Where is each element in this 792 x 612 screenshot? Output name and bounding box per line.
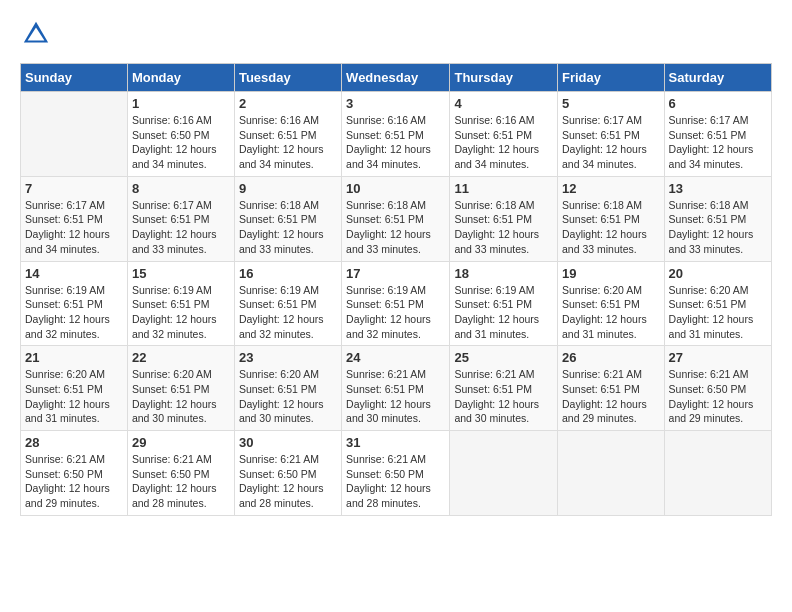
- day-info: Sunrise: 6:16 AMSunset: 6:51 PMDaylight:…: [346, 113, 445, 172]
- day-info: Sunrise: 6:21 AMSunset: 6:51 PMDaylight:…: [346, 367, 445, 426]
- day-info: Sunrise: 6:16 AMSunset: 6:51 PMDaylight:…: [454, 113, 553, 172]
- day-number: 7: [25, 181, 123, 196]
- day-number: 2: [239, 96, 337, 111]
- day-info: Sunrise: 6:18 AMSunset: 6:51 PMDaylight:…: [239, 198, 337, 257]
- calendar-cell: 2Sunrise: 6:16 AMSunset: 6:51 PMDaylight…: [234, 92, 341, 177]
- calendar-cell: 26Sunrise: 6:21 AMSunset: 6:51 PMDayligh…: [558, 346, 665, 431]
- calendar-cell: 10Sunrise: 6:18 AMSunset: 6:51 PMDayligh…: [342, 176, 450, 261]
- calendar-cell: 23Sunrise: 6:20 AMSunset: 6:51 PMDayligh…: [234, 346, 341, 431]
- calendar-week-row: 14Sunrise: 6:19 AMSunset: 6:51 PMDayligh…: [21, 261, 772, 346]
- calendar-week-row: 7Sunrise: 6:17 AMSunset: 6:51 PMDaylight…: [21, 176, 772, 261]
- calendar-week-row: 21Sunrise: 6:20 AMSunset: 6:51 PMDayligh…: [21, 346, 772, 431]
- day-number: 16: [239, 266, 337, 281]
- day-number: 8: [132, 181, 230, 196]
- calendar-cell: 19Sunrise: 6:20 AMSunset: 6:51 PMDayligh…: [558, 261, 665, 346]
- day-info: Sunrise: 6:19 AMSunset: 6:51 PMDaylight:…: [346, 283, 445, 342]
- day-info: Sunrise: 6:20 AMSunset: 6:51 PMDaylight:…: [239, 367, 337, 426]
- logo-icon: [22, 20, 50, 48]
- weekday-header: Saturday: [664, 64, 771, 92]
- day-number: 13: [669, 181, 767, 196]
- day-info: Sunrise: 6:16 AMSunset: 6:50 PMDaylight:…: [132, 113, 230, 172]
- calendar-cell: [450, 431, 558, 516]
- day-info: Sunrise: 6:21 AMSunset: 6:50 PMDaylight:…: [25, 452, 123, 511]
- weekday-header: Sunday: [21, 64, 128, 92]
- day-number: 19: [562, 266, 660, 281]
- day-info: Sunrise: 6:19 AMSunset: 6:51 PMDaylight:…: [239, 283, 337, 342]
- calendar-cell: 14Sunrise: 6:19 AMSunset: 6:51 PMDayligh…: [21, 261, 128, 346]
- day-number: 28: [25, 435, 123, 450]
- day-info: Sunrise: 6:18 AMSunset: 6:51 PMDaylight:…: [454, 198, 553, 257]
- calendar-cell: [21, 92, 128, 177]
- calendar-cell: 27Sunrise: 6:21 AMSunset: 6:50 PMDayligh…: [664, 346, 771, 431]
- day-info: Sunrise: 6:19 AMSunset: 6:51 PMDaylight:…: [25, 283, 123, 342]
- calendar-cell: 4Sunrise: 6:16 AMSunset: 6:51 PMDaylight…: [450, 92, 558, 177]
- day-number: 23: [239, 350, 337, 365]
- day-number: 25: [454, 350, 553, 365]
- weekday-header: Monday: [127, 64, 234, 92]
- weekday-header: Wednesday: [342, 64, 450, 92]
- weekday-header: Thursday: [450, 64, 558, 92]
- calendar-cell: 18Sunrise: 6:19 AMSunset: 6:51 PMDayligh…: [450, 261, 558, 346]
- calendar-cell: 28Sunrise: 6:21 AMSunset: 6:50 PMDayligh…: [21, 431, 128, 516]
- day-number: 12: [562, 181, 660, 196]
- day-number: 26: [562, 350, 660, 365]
- weekday-header: Tuesday: [234, 64, 341, 92]
- calendar-week-row: 1Sunrise: 6:16 AMSunset: 6:50 PMDaylight…: [21, 92, 772, 177]
- calendar-cell: 20Sunrise: 6:20 AMSunset: 6:51 PMDayligh…: [664, 261, 771, 346]
- calendar-cell: 15Sunrise: 6:19 AMSunset: 6:51 PMDayligh…: [127, 261, 234, 346]
- day-number: 14: [25, 266, 123, 281]
- page-header: [20, 20, 772, 53]
- calendar-table: SundayMondayTuesdayWednesdayThursdayFrid…: [20, 63, 772, 516]
- calendar-cell: 29Sunrise: 6:21 AMSunset: 6:50 PMDayligh…: [127, 431, 234, 516]
- calendar-cell: 7Sunrise: 6:17 AMSunset: 6:51 PMDaylight…: [21, 176, 128, 261]
- day-number: 15: [132, 266, 230, 281]
- day-number: 24: [346, 350, 445, 365]
- day-number: 10: [346, 181, 445, 196]
- calendar-cell: 24Sunrise: 6:21 AMSunset: 6:51 PMDayligh…: [342, 346, 450, 431]
- day-number: 27: [669, 350, 767, 365]
- calendar-cell: 22Sunrise: 6:20 AMSunset: 6:51 PMDayligh…: [127, 346, 234, 431]
- day-info: Sunrise: 6:18 AMSunset: 6:51 PMDaylight:…: [346, 198, 445, 257]
- day-info: Sunrise: 6:20 AMSunset: 6:51 PMDaylight:…: [669, 283, 767, 342]
- calendar-cell: 31Sunrise: 6:21 AMSunset: 6:50 PMDayligh…: [342, 431, 450, 516]
- day-number: 20: [669, 266, 767, 281]
- day-number: 31: [346, 435, 445, 450]
- day-number: 6: [669, 96, 767, 111]
- day-number: 4: [454, 96, 553, 111]
- calendar-cell: 21Sunrise: 6:20 AMSunset: 6:51 PMDayligh…: [21, 346, 128, 431]
- day-number: 17: [346, 266, 445, 281]
- calendar-cell: 1Sunrise: 6:16 AMSunset: 6:50 PMDaylight…: [127, 92, 234, 177]
- day-number: 9: [239, 181, 337, 196]
- calendar-cell: 3Sunrise: 6:16 AMSunset: 6:51 PMDaylight…: [342, 92, 450, 177]
- calendar-cell: 17Sunrise: 6:19 AMSunset: 6:51 PMDayligh…: [342, 261, 450, 346]
- day-info: Sunrise: 6:21 AMSunset: 6:51 PMDaylight:…: [454, 367, 553, 426]
- day-info: Sunrise: 6:21 AMSunset: 6:50 PMDaylight:…: [132, 452, 230, 511]
- day-info: Sunrise: 6:20 AMSunset: 6:51 PMDaylight:…: [25, 367, 123, 426]
- header-row: SundayMondayTuesdayWednesdayThursdayFrid…: [21, 64, 772, 92]
- day-number: 29: [132, 435, 230, 450]
- day-info: Sunrise: 6:18 AMSunset: 6:51 PMDaylight:…: [562, 198, 660, 257]
- calendar-cell: [664, 431, 771, 516]
- day-info: Sunrise: 6:17 AMSunset: 6:51 PMDaylight:…: [669, 113, 767, 172]
- day-info: Sunrise: 6:19 AMSunset: 6:51 PMDaylight:…: [132, 283, 230, 342]
- calendar-cell: 13Sunrise: 6:18 AMSunset: 6:51 PMDayligh…: [664, 176, 771, 261]
- day-info: Sunrise: 6:17 AMSunset: 6:51 PMDaylight:…: [132, 198, 230, 257]
- day-info: Sunrise: 6:20 AMSunset: 6:51 PMDaylight:…: [562, 283, 660, 342]
- day-number: 18: [454, 266, 553, 281]
- calendar-cell: 25Sunrise: 6:21 AMSunset: 6:51 PMDayligh…: [450, 346, 558, 431]
- day-info: Sunrise: 6:21 AMSunset: 6:51 PMDaylight:…: [562, 367, 660, 426]
- day-number: 30: [239, 435, 337, 450]
- day-number: 21: [25, 350, 123, 365]
- calendar-cell: 11Sunrise: 6:18 AMSunset: 6:51 PMDayligh…: [450, 176, 558, 261]
- day-info: Sunrise: 6:17 AMSunset: 6:51 PMDaylight:…: [562, 113, 660, 172]
- calendar-cell: 6Sunrise: 6:17 AMSunset: 6:51 PMDaylight…: [664, 92, 771, 177]
- day-info: Sunrise: 6:20 AMSunset: 6:51 PMDaylight:…: [132, 367, 230, 426]
- logo: [20, 20, 50, 53]
- day-info: Sunrise: 6:21 AMSunset: 6:50 PMDaylight:…: [239, 452, 337, 511]
- day-info: Sunrise: 6:19 AMSunset: 6:51 PMDaylight:…: [454, 283, 553, 342]
- calendar-cell: 9Sunrise: 6:18 AMSunset: 6:51 PMDaylight…: [234, 176, 341, 261]
- weekday-header: Friday: [558, 64, 665, 92]
- day-info: Sunrise: 6:16 AMSunset: 6:51 PMDaylight:…: [239, 113, 337, 172]
- calendar-week-row: 28Sunrise: 6:21 AMSunset: 6:50 PMDayligh…: [21, 431, 772, 516]
- day-info: Sunrise: 6:21 AMSunset: 6:50 PMDaylight:…: [669, 367, 767, 426]
